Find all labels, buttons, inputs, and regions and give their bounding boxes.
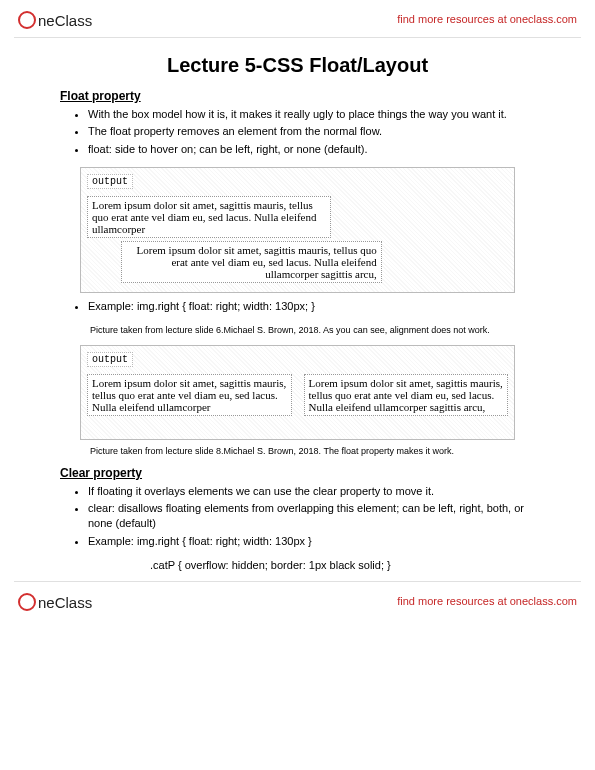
page-title: Lecture 5-CSS Float/Layout [60, 54, 535, 77]
logo-circle-icon [18, 11, 36, 29]
section-heading-clear: Clear property [60, 466, 535, 480]
footer-link[interactable]: find more resources at oneclass.com [397, 595, 577, 607]
list-item: Example: img.right { float: right; width… [88, 299, 535, 314]
caption-2: Picture taken from lecture slide 8.Micha… [90, 446, 535, 456]
lorem-box-right: Lorem ipsum dolor sit amet, sagittis mau… [121, 241, 382, 283]
section-heading-float: Float property [60, 89, 535, 103]
footer-logo: neClass [18, 590, 92, 611]
float-bullets: With the box model how it is, it makes i… [60, 107, 535, 157]
output-box-2: output Lorem ipsum dolor sit amet, sagit… [80, 345, 515, 440]
lorem-box-col-right: Lorem ipsum dolor sit amet, sagittis mau… [304, 374, 509, 416]
document-content: Lecture 5-CSS Float/Layout Float propert… [0, 54, 595, 581]
caption-1: Picture taken from lecture slide 6.Micha… [90, 325, 535, 335]
header-divider [14, 37, 581, 38]
header: neClass find more resources at oneclass.… [0, 0, 595, 37]
list-item: If floating it overlays elements we can … [88, 484, 535, 499]
lorem-box-left: Lorem ipsum dolor sit amet, sagittis mau… [87, 196, 331, 238]
footer: neClass find more resources at oneclass.… [0, 582, 595, 619]
output-box-1: output Lorem ipsum dolor sit amet, sagit… [80, 167, 515, 293]
logo-text: neClass [38, 12, 92, 29]
output-label: output [87, 352, 133, 367]
example-bullet-list: Example: img.right { float: right; width… [60, 299, 535, 314]
list-item: clear: disallows floating elements from … [88, 501, 535, 532]
footer-logo-text: neClass [38, 594, 92, 611]
lorem-box-col-left: Lorem ipsum dolor sit amet, sagittis mau… [87, 374, 292, 416]
list-item: Example: img.right { float: right; width… [88, 534, 535, 549]
code-line: .catP { overflow: hidden; border: 1px bl… [150, 559, 535, 571]
header-link[interactable]: find more resources at oneclass.com [397, 13, 577, 25]
list-item: float: side to hover on; can be left, ri… [88, 142, 535, 157]
logo-circle-icon [18, 593, 36, 611]
list-item: With the box model how it is, it makes i… [88, 107, 535, 122]
list-item: The float property removes an element fr… [88, 124, 535, 139]
output-label: output [87, 174, 133, 189]
clear-bullets: If floating it overlays elements we can … [60, 484, 535, 550]
logo: neClass [18, 8, 92, 29]
